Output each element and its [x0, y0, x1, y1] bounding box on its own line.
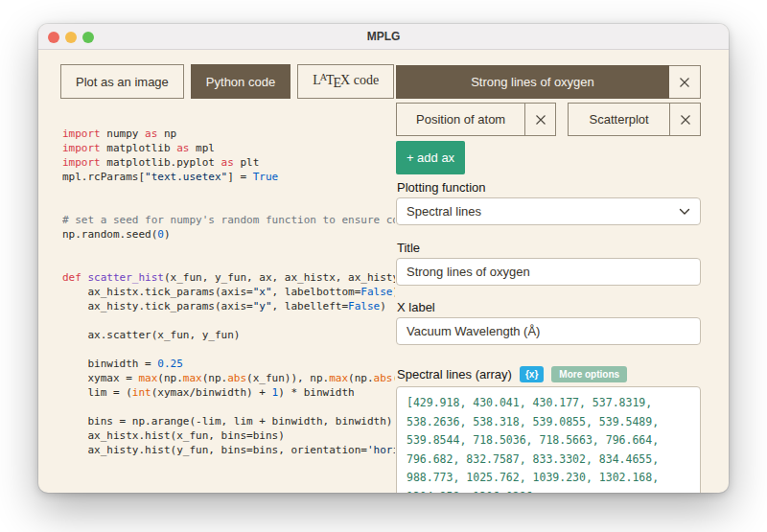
right-panel: Strong lines of oxygen Position of atom … — [396, 65, 701, 493]
plotting-function-select[interactable]: Spectral lines — [396, 197, 701, 225]
plotting-function-label: Plotting function — [397, 180, 486, 195]
code-block: import numpy as np import matplotlib as … — [62, 127, 395, 491]
titlebar: MPLG — [38, 24, 729, 50]
tab-strong-lines-of-oxygen[interactable]: Strong lines of oxygen — [396, 65, 669, 99]
window-title: MPLG — [38, 24, 729, 50]
python-code-label: Python code — [206, 75, 275, 89]
tab-scatterplot-label: Scatterplot — [590, 112, 649, 127]
latex-code-button[interactable]: LATEX code — [297, 64, 394, 99]
python-code-button[interactable]: Python code — [191, 64, 291, 99]
tab-row-active: Strong lines of oxygen — [396, 65, 701, 99]
add-ax-button[interactable]: + add ax — [396, 141, 465, 174]
toolbar: Plot as an image Python code LATEX code — [60, 64, 394, 99]
latex-logo: LATEX code — [313, 72, 379, 91]
plot-as-image-button[interactable]: Plot as an image — [60, 64, 184, 99]
add-ax-label: + add ax — [407, 150, 454, 165]
tab-scatterplot[interactable]: Scatterplot — [569, 104, 669, 135]
tab-group-position-of-atom: Position of atom — [396, 103, 556, 136]
xlabel-label: X label — [397, 300, 435, 314]
tab-position-of-atom[interactable]: Position of atom — [397, 104, 524, 135]
array-field-header: Spectral lines (array) {x} More options — [397, 365, 627, 383]
title-label: Title — [397, 241, 420, 255]
title-input[interactable] — [396, 258, 701, 286]
tab-group-scatterplot: Scatterplot — [568, 103, 701, 136]
plotting-function-value: Spectral lines — [407, 204, 481, 219]
plot-as-image-label: Plot as an image — [76, 75, 169, 89]
close-tab-scatterplot-button[interactable] — [669, 104, 700, 135]
chevron-down-icon — [679, 208, 690, 216]
close-icon — [535, 114, 546, 126]
app-window: MPLG Plot as an image Python code LATEX … — [38, 24, 729, 493]
close-icon — [680, 114, 691, 126]
array-label: Spectral lines (array) — [397, 367, 512, 382]
tab-strong-lines-label: Strong lines of oxygen — [471, 75, 594, 89]
close-tab-strong-lines-button[interactable] — [669, 65, 701, 99]
close-icon — [679, 77, 690, 88]
xlabel-input[interactable] — [396, 317, 701, 345]
fx-badge[interactable]: {x} — [520, 366, 544, 382]
array-input[interactable]: [429.918, 430.041, 430.177, 537.8319, 53… — [396, 386, 701, 493]
close-tab-position-button[interactable] — [524, 104, 555, 135]
tab-position-label: Position of atom — [416, 112, 505, 127]
more-options-badge[interactable]: More options — [551, 366, 627, 382]
